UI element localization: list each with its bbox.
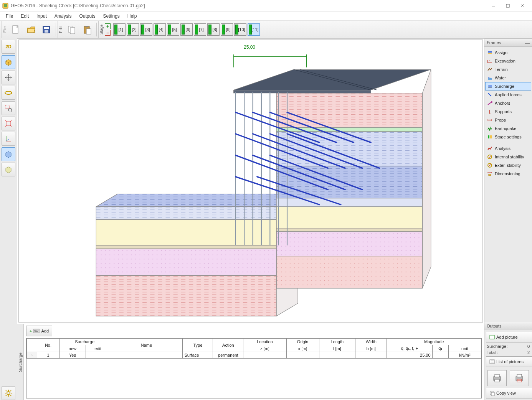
svg-marker-60 [276,132,422,166]
menu-input[interactable]: Input [33,13,50,20]
zoom-window-button[interactable] [2,101,15,115]
svg-marker-62 [276,166,422,198]
stageset-icon [487,134,492,140]
settings-gear-button[interactable] [2,386,15,400]
menu-help[interactable]: Help [124,13,140,20]
frame-item-supports[interactable]: Supports [485,107,531,116]
shade-back-button[interactable] [2,163,15,176]
svg-point-21 [8,108,12,111]
menu-file[interactable]: File [2,13,17,20]
svg-rect-11 [70,28,75,34]
stage-5[interactable]: [5] [167,23,179,36]
surcharge-icon [487,84,492,89]
svg-marker-46 [96,220,276,245]
frame-item-assign[interactable]: Assign [485,48,531,57]
frame-item-props[interactable]: Props [485,116,531,124]
minimize-button[interactable] [486,1,501,10]
add-surcharge-button[interactable]: + Add [26,326,52,336]
frame-item-excavation[interactable]: Excavation [485,57,531,65]
frame-item-water[interactable]: Water [485,74,531,82]
svg-marker-69 [276,256,422,288]
svg-rect-133 [495,374,499,377]
stage-9[interactable]: [9] [221,23,233,36]
svg-line-37 [6,395,7,396]
menu-outputs[interactable]: Outputs [76,13,99,20]
frame-item-applied-forces[interactable]: Applied forces [485,91,531,99]
view-2d-button[interactable]: 2D [2,40,15,54]
menu-analysis[interactable]: Analysis [51,13,75,20]
stage-4[interactable]: [4] [154,23,166,36]
forces-icon [487,92,492,97]
menu-edit[interactable]: Edit [17,13,32,20]
frame-item-surcharge[interactable]: Surcharge [485,82,531,91]
stage-8[interactable]: [8] [207,23,220,36]
window-controls [486,1,530,10]
save-file-button[interactable] [39,22,54,37]
bottom-panel-tab[interactable]: Surcharge [17,324,24,400]
copy-button[interactable] [64,22,79,37]
svg-rect-97 [35,330,36,331]
frame-item-internal-stability[interactable]: Internal stability [485,153,531,161]
keyboard-icon [33,329,40,333]
frame-item-stage-settings[interactable]: Stage settings [485,133,531,141]
add-picture-button[interactable]: + Add picture [486,332,532,342]
menu-settings[interactable]: Settings [99,13,123,20]
shade-front-button[interactable] [2,147,15,161]
svg-rect-13 [86,26,88,27]
print-button[interactable] [487,370,507,386]
orbit-button[interactable] [2,86,15,100]
app-icon [2,3,8,9]
model-viewport[interactable]: 25,00 [18,40,483,323]
view-3d-button[interactable] [2,55,15,69]
svg-marker-114 [489,113,491,114]
zoom-extents-button[interactable] [2,117,15,130]
add-stage-button[interactable]: + [105,23,111,29]
list-of-pictures-button[interactable]: List of pictures [486,356,532,367]
maximize-button[interactable] [501,1,515,10]
surcharge-table[interactable]: No. Surcharge Name Type Action Location … [26,338,482,398]
svg-line-22 [11,111,12,112]
paste-button[interactable] [80,22,94,37]
svg-marker-71 [233,90,371,93]
stage-7[interactable]: [7] [194,23,206,36]
close-button[interactable] [515,1,530,10]
svg-rect-98 [36,330,37,331]
stage-6[interactable]: [6] [180,23,193,36]
minimize-icon [525,325,530,327]
frames-panel-header[interactable]: Frames [484,38,532,47]
stage-10[interactable]: [10] [234,23,246,36]
stage-strip: [1][2][3][4][5][6][7][8][9][10][11] [113,23,260,36]
remove-stage-button[interactable]: − [105,30,111,36]
frame-item-earthquake[interactable]: Earthquake [485,124,531,133]
svg-rect-1 [4,4,7,7]
svg-marker-28 [6,167,11,173]
svg-rect-9 [45,30,48,33]
stage-2[interactable]: [2] [127,23,139,36]
table-row[interactable]: ›1YesSurfacepermanent25,00kN/m² [27,352,481,359]
svg-point-112 [491,101,492,103]
svg-point-29 [7,392,10,395]
new-file-button[interactable] [8,22,23,37]
pan-button[interactable] [2,71,15,84]
copy-view-button[interactable]: Copy view [486,388,532,398]
svg-line-35 [10,395,11,396]
bottom-panel: Surcharge + Add No. [17,324,484,400]
frame-item-dimensioning[interactable]: Dimensioning [485,170,531,178]
assign-icon [487,50,492,55]
frame-item-exter-stability[interactable]: Exter. stability [485,161,531,170]
stage-1[interactable]: [1] [113,23,126,36]
svg-marker-70 [422,69,431,288]
supports-icon [487,109,492,114]
svg-point-120 [488,155,492,159]
outputs-panel-header[interactable]: Outputs [484,322,532,330]
frame-item-terrain[interactable]: Terrain [485,65,531,74]
svg-rect-101 [488,51,492,53]
print-red-button[interactable] [510,370,529,386]
stage-3[interactable]: [3] [140,23,152,36]
axes-button[interactable] [2,132,15,146]
anchors-icon [487,100,492,106]
stage-11[interactable]: [11] [248,23,260,36]
frame-item-analysis[interactable]: Analysis [485,144,531,153]
open-file-button[interactable] [24,22,38,37]
frame-item-anchors[interactable]: Anchors [485,99,531,107]
